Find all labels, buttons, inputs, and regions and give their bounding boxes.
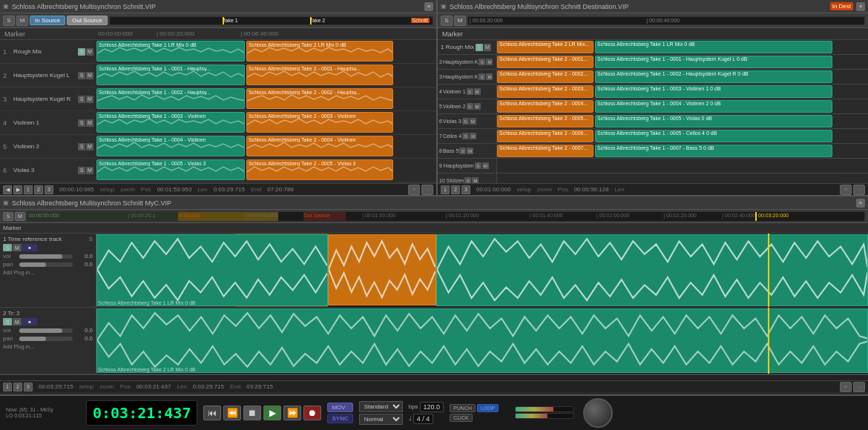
right-clip-8b[interactable]: Schloss Albrechtsberg Take 1 - 0007 - Ba… <box>595 145 832 157</box>
right-sm-s[interactable]: S <box>441 16 453 26</box>
right-clip-7a[interactable]: Schloss Albrechtsberg Take 2 - 0006... <box>497 130 594 142</box>
clip-t2-rough[interactable]: Schloss Albrechtsberg Take 2 LR Mix 0 dB <box>246 41 393 62</box>
clip-t2-2[interactable]: Schloss Albrechtsberg Take 2 - 0001 - Ha… <box>246 64 393 85</box>
clip-t1-2[interactable]: Schloss Albrechtsberg Take 1 - 0001 - Ha… <box>96 64 245 85</box>
r-t5-m[interactable]: M <box>474 103 481 110</box>
track1-s[interactable]: S <box>78 48 85 56</box>
right-clip-2a[interactable]: Schloss Albrechtsberg Take 2 - 0001... <box>497 56 594 68</box>
master-knob[interactable] <box>583 398 613 428</box>
bottom-track1-collapse[interactable]: S <box>89 236 93 242</box>
transport-rewind-start[interactable]: ⏮ <box>203 406 221 420</box>
track5-s[interactable]: S <box>78 143 85 150</box>
track2-s[interactable]: S <box>78 72 85 79</box>
bt1-input[interactable]: ■ <box>22 244 37 251</box>
track3-m[interactable]: M <box>86 96 93 103</box>
clip-t1-rough[interactable]: Schloss Albrechtsberg Take 1 LR Mix 0 dB <box>96 41 245 62</box>
punch-btn[interactable]: PUNCH <box>450 404 476 412</box>
r-t3-s[interactable]: S <box>479 73 485 80</box>
right-clip-3a[interactable]: Schloss Albrechtsberg Take 2 - 0002... <box>497 70 594 83</box>
right-clip-r1b[interactable]: Schloss Albrechtsberg Take 1 LR Mix 0 dB <box>595 41 832 53</box>
left-sm-s[interactable]: S <box>3 16 15 26</box>
standard-select[interactable]: Standard <box>359 401 403 412</box>
zoom-in-btn[interactable]: + <box>408 185 420 195</box>
left-sm-m[interactable]: M <box>16 16 28 26</box>
bt2-m[interactable]: M <box>13 318 22 325</box>
right-sm-m[interactable]: M <box>454 16 466 26</box>
b-zoom-in[interactable]: + <box>840 382 852 392</box>
r-t6-s[interactable]: S <box>462 118 469 125</box>
r-t1-m[interactable]: M <box>484 44 491 51</box>
bt2-s[interactable]: S <box>3 318 12 325</box>
transport-rewind[interactable]: ⏪ <box>223 406 241 420</box>
nav-3[interactable]: 3 <box>45 185 53 194</box>
right-clip-5b[interactable]: Schloss Albrechtsberg Take 1 - 0004 - Vi… <box>595 100 832 113</box>
bottom-m[interactable]: M <box>15 212 25 221</box>
r-t3-m[interactable]: M <box>486 73 493 80</box>
transport-record[interactable]: ⏺ <box>303 406 321 420</box>
bt1-clip-teal2[interactable] <box>436 234 868 306</box>
bt1-m[interactable]: M <box>13 244 22 251</box>
right-clip-5a[interactable]: Schloss Albrechtsberg Take 2 - 0004... <box>497 100 594 113</box>
bt2-vol-slider[interactable] <box>19 328 73 333</box>
right-clip-7b[interactable]: Schloss Albrechtsberg Take 1 - 0005 - Ce… <box>595 130 832 142</box>
right-clip-6b[interactable]: Schloss Albrechtsberg Take 1 - 0005 - Vi… <box>595 115 832 128</box>
r-zoom-in[interactable]: + <box>840 185 852 195</box>
r-t8-m[interactable]: M <box>467 148 473 154</box>
b-nav-2[interactable]: 2 <box>13 383 22 391</box>
loop-btn[interactable]: LOOP <box>477 404 499 412</box>
clip-t2-5[interactable]: Schloss Albrechtsberg Take 2 - 0004 - Vi… <box>246 136 393 156</box>
clip-t1-5[interactable]: Schloss Albrechtsberg Take 1 - 0004 - Vi… <box>96 136 245 156</box>
nav-2[interactable]: 2 <box>34 185 43 194</box>
r-nav-2[interactable]: 2 <box>451 185 460 194</box>
transport-play[interactable]: ▶ <box>263 406 281 420</box>
normal-select[interactable]: Normal <box>359 414 403 425</box>
r-nav-1[interactable]: 1 <box>441 185 450 194</box>
track6-m[interactable]: M <box>86 167 93 174</box>
r-t4-m[interactable]: M <box>474 88 481 95</box>
clip-t1-3[interactable]: Schloss Albrechtsberg Take 1 - 0002 - Ha… <box>96 88 245 109</box>
right-clip-2b[interactable]: Schloss Albrechtsberg Take 1 - 0001 - Ha… <box>595 56 832 68</box>
bottom-scrollbar[interactable] <box>0 374 868 380</box>
b-nav-1[interactable]: 1 <box>3 383 12 391</box>
right-clip-4b[interactable]: Schloss Albrechtsberg Take 1 - 0003 - Vi… <box>595 85 832 98</box>
clip-t1-6[interactable]: Schloss Albrechtsberg Take 1 - 0005 - Vi… <box>96 159 245 180</box>
right-clip-6a[interactable]: Schloss Albrechtsberg Take 2 - 0005... <box>497 115 594 128</box>
track6-s[interactable]: S <box>78 167 85 174</box>
track3-s[interactable]: S <box>78 96 85 103</box>
transport-stop[interactable]: ⏹ <box>243 406 261 420</box>
right-clip-8a[interactable]: Schloss Albrechtsberg Take 2 - 0007... <box>497 145 594 157</box>
in-source-btn[interactable]: In Source <box>30 16 65 25</box>
bt1-plugin[interactable]: Add Plug-in... <box>3 270 34 275</box>
track4-s[interactable]: S <box>78 119 85 127</box>
zoom-out-btn[interactable]: - <box>421 185 433 195</box>
r-nav-3[interactable]: 3 <box>461 185 470 194</box>
r-t2-m[interactable]: M <box>486 59 493 65</box>
right-clip-4a[interactable]: Schloss Albrechtsberg Take 2 - 0003... <box>497 85 594 98</box>
right-panel-close[interactable]: × <box>856 2 865 11</box>
track2-m[interactable]: M <box>86 72 93 79</box>
r-t5-s[interactable]: S <box>467 103 473 110</box>
clip-t2-3[interactable]: Schloss Albrechtsberg Take 2 - 0002 - Ha… <box>246 88 393 109</box>
bt2-input[interactable]: ■ <box>22 318 37 325</box>
right-clip-r1a[interactable]: Schloss Albrechtsberg Take 2 LR Mix... <box>497 41 594 53</box>
nav-1[interactable]: 1 <box>24 185 33 194</box>
out-source-btn[interactable]: Out Source <box>67 16 107 25</box>
nav-left[interactable]: ◀ <box>3 185 12 194</box>
left-panel-close[interactable]: × <box>424 2 433 11</box>
bt1-clip-teal[interactable] <box>96 234 328 306</box>
b-nav-3[interactable]: 3 <box>24 383 33 391</box>
clip-t2-4[interactable]: Schloss Albrechtsberg Take 2 - 0003 - Vi… <box>246 112 393 133</box>
r-zoom-out[interactable]: - <box>853 185 865 195</box>
sync-btn[interactable]: SYNC <box>327 414 352 423</box>
bottom-close[interactable]: × <box>856 199 865 208</box>
bt1-pan-slider[interactable] <box>19 262 73 267</box>
r-t6-m[interactable]: M <box>470 118 476 125</box>
bt1-vol-slider[interactable] <box>19 254 73 259</box>
r-t2-s[interactable]: S <box>479 59 485 65</box>
r-t4-s[interactable]: S <box>467 88 473 95</box>
bt1-s[interactable]: S <box>3 244 12 251</box>
b-zoom-out[interactable]: - <box>853 382 865 392</box>
track5-m[interactable]: M <box>86 143 93 150</box>
clip-t1-4[interactable]: Schloss Albrechtsberg Take 1 - 0003 - Vi… <box>96 112 245 133</box>
clip-t2-6[interactable]: Schloss Albrechtsberg Take 2 - 0005 - Vi… <box>246 159 393 180</box>
